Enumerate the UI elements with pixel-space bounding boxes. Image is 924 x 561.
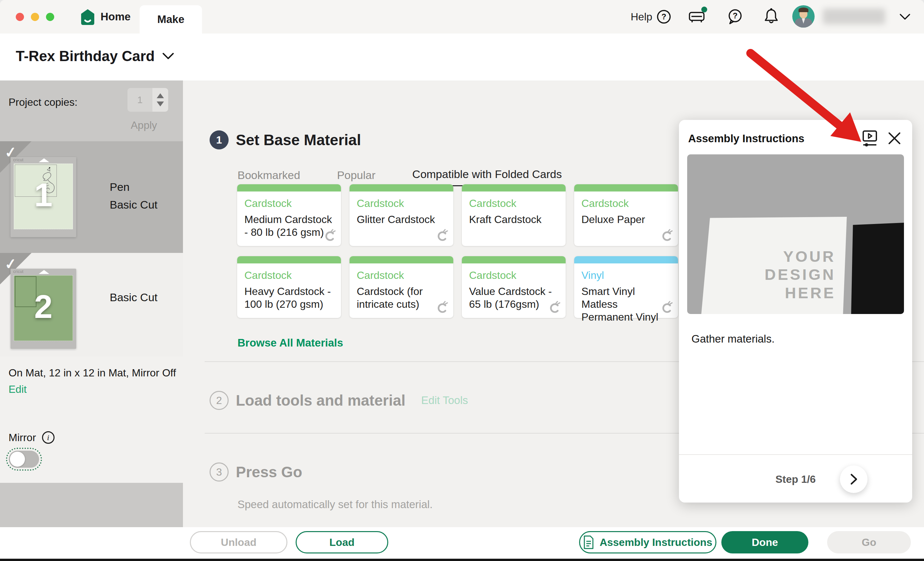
mat-settings-summary: On Mat, 12 in x 12 in Mat, Mirror Off — [9, 367, 176, 379]
step-3-title: Press Go — [236, 463, 302, 481]
assembly-instructions-panel: Assembly Instructions YOUR DESIGN HERE G… — [679, 120, 912, 502]
step-2-badge: 2 — [210, 391, 229, 410]
project-title-dropdown[interactable]: T-Rex Birthday Card — [16, 48, 174, 64]
mirror-label: Mirror — [9, 432, 36, 444]
edit-tools-link[interactable]: Edit Tools — [421, 394, 468, 406]
material-tabs: Bookmarked Popular Compatible with Folde… — [237, 168, 562, 186]
assembly-step-caption: Gather materials. — [692, 333, 774, 345]
cricut-bug-icon — [322, 229, 336, 243]
assembly-instructions-button[interactable]: Assembly Instructions — [579, 531, 716, 554]
machine-status-button[interactable] — [688, 9, 705, 24]
tab-home[interactable]: Home — [100, 10, 131, 23]
next-step-button[interactable] — [840, 465, 867, 493]
apply-button[interactable]: Apply — [131, 119, 157, 131]
window-bottom-edge — [0, 559, 924, 561]
mat-brand-label: cricut — [13, 269, 24, 274]
cricut-home-icon[interactable] — [80, 9, 96, 26]
material-card[interactable]: Cardstock Kraft Cardstock — [462, 184, 566, 246]
bell-icon — [763, 7, 780, 26]
mats-sidebar: Project copies: 1 Apply ✓ cricut — [0, 81, 183, 561]
mat-number: 2 — [10, 288, 76, 326]
cricut-bug-icon — [435, 229, 449, 243]
quantity-stepper[interactable]: 1 — [128, 88, 168, 112]
window-minimize-button[interactable] — [31, 13, 39, 21]
action-bar: Unload Load Assembly Instructions Done G… — [0, 527, 924, 561]
tab-compatible-folded-cards[interactable]: Compatible with Folded Cards — [412, 168, 562, 186]
browse-all-materials-link[interactable]: Browse All Materials — [237, 337, 343, 349]
machine-online-badge — [701, 7, 707, 12]
help-question-icon: ? — [656, 9, 671, 24]
go-button[interactable]: Go — [827, 531, 911, 554]
mat-item-1[interactable]: ✓ cricut 1 Pen Basic C — [0, 141, 183, 253]
step-3-subtitle: Speed automatically set for this materia… — [237, 498, 433, 511]
tab-make[interactable]: Make — [140, 5, 202, 33]
window-close-button[interactable] — [16, 13, 24, 21]
svg-text:?: ? — [661, 12, 666, 21]
panel-footer: Step 1/6 — [679, 454, 912, 502]
load-button[interactable]: Load — [296, 531, 388, 554]
black-cardstock-image — [851, 223, 904, 314]
copies-input[interactable]: 1 — [128, 88, 152, 112]
edit-link[interactable]: Edit — [9, 383, 27, 396]
mat-2-tools: Basic Cut — [110, 288, 158, 306]
project-copies-label: Project copies: — [9, 96, 78, 108]
assembly-step-photo: YOUR DESIGN HERE — [687, 154, 904, 314]
chat-help-icon: ? — [727, 8, 744, 25]
document-icon — [583, 536, 594, 549]
title-chevron-down-icon — [162, 52, 174, 60]
mirror-toggle[interactable] — [6, 448, 42, 471]
project-copies-section: Project copies: 1 Apply — [0, 81, 183, 141]
close-icon — [886, 130, 902, 146]
stepper-up-icon[interactable] — [157, 93, 164, 98]
mat-settings-section: On Mat, 12 in x 12 in Mat, Mirror Off Ed… — [0, 356, 183, 476]
cricut-bug-icon — [435, 301, 449, 315]
step-1-badge: 1 — [210, 130, 229, 150]
mat-2-thumbnail[interactable]: cricut 2 — [10, 268, 76, 349]
material-card[interactable]: Cardstock Glitter Cardstock — [350, 184, 453, 246]
done-button[interactable]: Done — [722, 531, 808, 554]
material-card[interactable]: Cardstock Value Cardstock - 65 lb (176gs… — [462, 256, 566, 318]
top-bar: Home Make Help ? ? — [0, 0, 924, 33]
video-player-icon — [861, 129, 879, 147]
app-window: Home Make Help ? ? — [0, 0, 924, 561]
material-card[interactable]: Cardstock Deluxe Paper — [574, 184, 678, 246]
svg-text:?: ? — [733, 11, 738, 20]
tab-bookmarked[interactable]: Bookmarked — [237, 169, 300, 186]
close-panel-button[interactable] — [886, 130, 902, 146]
tab-popular[interactable]: Popular — [337, 169, 375, 186]
mat-brand-label: cricut — [13, 158, 24, 162]
video-tutorial-button[interactable] — [861, 129, 879, 147]
user-name-redacted — [823, 9, 885, 24]
support-chat-button[interactable]: ? — [727, 8, 744, 25]
material-card[interactable]: Vinyl Smart Vinyl Matless Permanent Viny… — [574, 256, 678, 318]
chevron-right-icon — [849, 472, 859, 486]
step-2-title: Load tools and material — [236, 392, 405, 409]
account-chevron-down-icon[interactable] — [898, 12, 912, 21]
material-card[interactable]: Cardstock Heavy Cardstock - 100 lb (270 … — [237, 256, 341, 318]
mat-1-tools: Pen Basic Cut — [110, 178, 158, 214]
unload-button[interactable]: Unload — [190, 531, 287, 554]
notifications-button[interactable] — [763, 7, 780, 26]
step-3-badge: 3 — [210, 462, 229, 482]
stencil-card-image: YOUR DESIGN HERE — [700, 217, 847, 314]
step-1-title: Set Base Material — [236, 131, 361, 149]
material-card[interactable]: Cardstock Medium Cardstock - 80 lb (216 … — [237, 184, 341, 246]
panel-title: Assembly Instructions — [688, 132, 804, 145]
page-title: T-Rex Birthday Card — [16, 48, 155, 64]
material-card[interactable]: Cardstock Cardstock (for intricate cuts) — [350, 256, 453, 318]
mat-1-thumbnail[interactable]: cricut 1 — [10, 157, 76, 237]
info-icon[interactable]: i — [42, 431, 54, 444]
window-zoom-button[interactable] — [46, 13, 54, 21]
cricut-bug-icon — [660, 301, 674, 315]
user-avatar[interactable] — [792, 5, 814, 28]
mat-item-2[interactable]: ✓ cricut 2 Basic Cut — [0, 253, 183, 356]
cricut-bug-icon — [660, 229, 674, 243]
stepper-down-icon[interactable] — [157, 102, 164, 106]
mat-number: 1 — [10, 176, 76, 214]
material-cards-grid: Cardstock Medium Cardstock - 80 lb (216 … — [237, 184, 678, 318]
help-menu[interactable]: Help ? — [631, 9, 671, 24]
cricut-bug-icon — [547, 301, 561, 315]
step-indicator: Step 1/6 — [679, 473, 912, 486]
project-title-bar: T-Rex Birthday Card — [0, 33, 924, 81]
